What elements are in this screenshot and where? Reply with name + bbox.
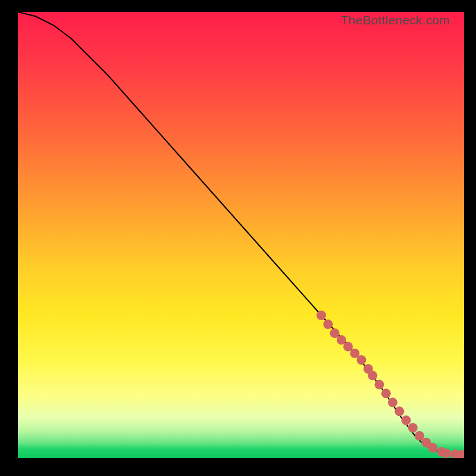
data-point-group — [317, 311, 464, 458]
data-point — [323, 320, 333, 329]
data-point — [368, 371, 377, 380]
data-point — [441, 449, 451, 458]
data-point — [402, 415, 411, 425]
data-point — [381, 389, 391, 398]
plot-area: TheBottleneck.com — [18, 12, 464, 458]
data-point — [317, 311, 326, 320]
chart-frame: TheBottleneck.com — [0, 0, 476, 476]
data-point — [357, 355, 367, 365]
bottleneck-curve — [18, 12, 464, 455]
data-point — [388, 397, 397, 407]
chart-overlay — [18, 12, 464, 458]
data-point — [375, 380, 384, 389]
data-point — [330, 328, 340, 338]
data-point — [343, 342, 353, 352]
data-point — [394, 406, 404, 416]
data-point — [415, 431, 424, 441]
data-point — [408, 423, 418, 433]
data-point — [428, 443, 438, 453]
